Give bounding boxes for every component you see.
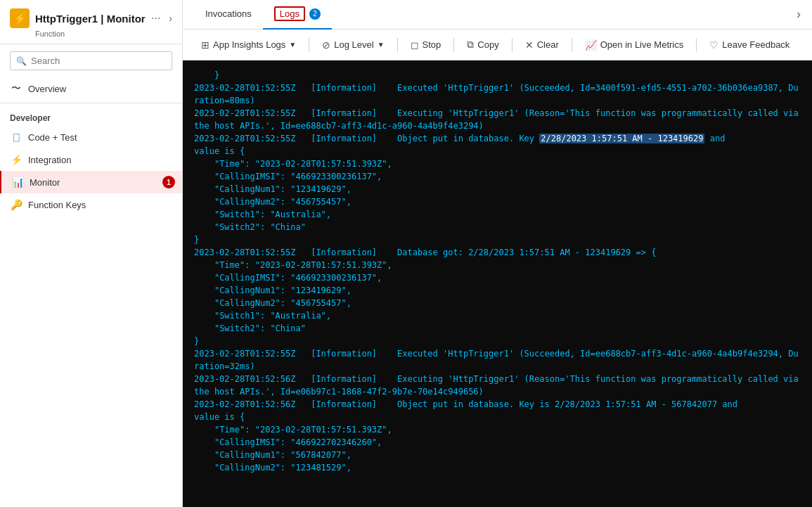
stop-icon: ◻ [411,39,419,51]
live-metrics-icon: 📈 [585,39,597,51]
search-box[interactable]: 🔍 [10,51,172,70]
filter-icon: ⊘ [322,39,330,51]
clear-label: Clear [537,39,559,50]
app-title-row: ⚡ HttpTrigger1 | Monitor ··· › [10,8,172,28]
separator-3 [453,38,454,52]
tabs-bar: Invocations Logs 2 › [183,0,812,30]
sidebar-item-code-test-label: Code + Test [28,132,77,143]
tab-logs-badge: 2 [309,8,321,20]
log-area[interactable]: } 2023-02-28T01:52:55Z [Information] Exe… [183,60,812,507]
integration-icon: ⚡ [10,153,22,166]
app-insights-logs-button[interactable]: ⊞ App Insights Logs ▼ [194,36,303,54]
tab-invocations[interactable]: Invocations [194,1,263,27]
main-content: Invocations Logs 2 › ⊞ App Insights Logs… [183,0,812,507]
clear-icon: ✕ [525,39,534,51]
separator-2 [397,38,398,52]
separator-6 [696,38,697,52]
stop-button[interactable]: ◻ Stop [404,36,449,54]
developer-section-label: Developer [0,106,182,126]
overview-icon: 〜 [10,82,22,95]
open-live-metrics-label: Open in Live Metrics [600,39,684,50]
function-keys-icon: 🔑 [10,198,22,211]
search-icon: 🔍 [16,56,27,66]
more-icon[interactable]: ··· [151,12,160,25]
tab-invocations-label: Invocations [205,8,252,19]
feedback-icon: ♡ [709,39,718,51]
open-live-metrics-button[interactable]: 📈 Open in Live Metrics [578,36,691,54]
sidebar-item-overview-label: Overview [28,84,66,94]
expand-icon[interactable]: › [797,7,801,22]
leave-feedback-label: Leave Feedback [722,39,790,50]
sidebar-item-monitor-label: Monitor [30,177,60,188]
log-level-label: Log Level [334,39,373,50]
code-test-icon: ⎕ [10,131,22,143]
app-subtitle: Function [35,30,172,38]
sidebar-item-integration[interactable]: ⚡ Integration [0,148,182,171]
app-icon: ⚡ [10,8,30,28]
monitor-badge: 1 [162,176,175,188]
sidebar-item-integration-label: Integration [28,155,71,165]
search-input[interactable] [31,56,166,66]
app-insights-logs-label: App Insights Logs [213,39,285,50]
sidebar-item-overview[interactable]: 〜 Overview [0,77,182,100]
sidebar-item-function-keys-label: Function Keys [28,200,86,210]
app-insights-chevron-icon: ▼ [289,41,296,49]
app-title: HttpTrigger1 | Monitor [35,13,146,25]
sidebar-item-code-test[interactable]: ⎕ Code + Test [0,126,182,148]
leave-feedback-button[interactable]: ♡ Leave Feedback [702,36,797,54]
separator-4 [512,38,513,52]
log-level-button[interactable]: ⊘ Log Level ▼ [315,36,391,54]
collapse-sidebar-icon[interactable]: › [169,13,172,24]
copy-label: Copy [477,39,498,50]
tab-logs[interactable]: Logs 2 [263,0,332,30]
sidebar-header: ⚡ HttpTrigger1 | Monitor ··· › Function [0,0,182,44]
nav-divider [0,103,182,103]
highlight-selection: 2/28/2023 1:57:51 AM - 123419629 [539,134,704,143]
copy-button[interactable]: ⧉ Copy [460,35,505,54]
stop-label: Stop [423,39,442,50]
monitor-icon: 📊 [11,176,24,188]
log-level-chevron-icon: ▼ [378,41,385,49]
log-text: } 2023-02-28T01:52:55Z [Information] Exe… [194,69,801,474]
toolbar: ⊞ App Insights Logs ▼ ⊘ Log Level ▼ ◻ St… [183,30,812,60]
app-insights-icon: ⊞ [201,39,210,51]
sidebar: ⚡ HttpTrigger1 | Monitor ··· › Function … [0,0,183,507]
clear-button[interactable]: ✕ Clear [518,36,566,54]
sidebar-item-monitor[interactable]: 📊 Monitor 1 [0,171,182,193]
copy-icon: ⧉ [467,39,474,51]
tab-logs-label: Logs [274,6,305,21]
separator-5 [572,38,572,52]
sidebar-item-function-keys[interactable]: 🔑 Function Keys [0,193,182,216]
separator-1 [309,38,309,52]
